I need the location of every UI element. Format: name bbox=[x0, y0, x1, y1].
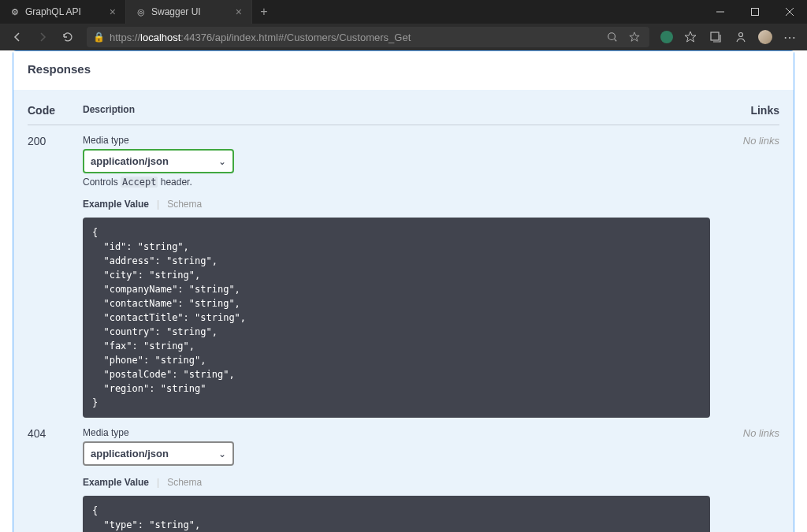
favorite-icon[interactable] bbox=[626, 28, 643, 46]
example-code-block[interactable]: { "type": "string", "title": "string", "… bbox=[83, 496, 710, 532]
svg-point-4 bbox=[608, 33, 615, 40]
swagger-icon: ◎ bbox=[136, 6, 147, 17]
tab-graphql[interactable]: ⚙ GraphQL API × bbox=[0, 0, 126, 24]
close-icon[interactable]: × bbox=[236, 6, 242, 17]
svg-rect-1 bbox=[752, 9, 759, 16]
media-type-select[interactable]: application/json bbox=[83, 441, 234, 466]
response-row: 404 Media type application/json ⌄ bbox=[28, 418, 779, 532]
media-type-select[interactable]: application/json bbox=[83, 149, 234, 173]
svg-point-7 bbox=[739, 33, 743, 37]
svg-rect-6 bbox=[711, 32, 719, 40]
gear-icon: ⚙ bbox=[9, 6, 20, 17]
back-button[interactable] bbox=[6, 26, 28, 48]
page-scroll[interactable]: Responses Code Description Links 200 Med… bbox=[0, 50, 807, 532]
controls-accept-hint: Controls Accept header. bbox=[83, 177, 710, 188]
close-icon[interactable]: × bbox=[110, 6, 116, 17]
response-row: 200 Media type application/json ⌄ bbox=[28, 125, 779, 418]
example-code-block[interactable]: { "id": "string", "address": "string", "… bbox=[83, 218, 710, 418]
favorites-icon[interactable] bbox=[679, 26, 701, 48]
collections-icon[interactable] bbox=[705, 26, 727, 48]
refresh-button[interactable] bbox=[57, 26, 79, 48]
media-type-label: Media type bbox=[83, 427, 710, 438]
responses-header-row: Code Description Links bbox=[28, 96, 779, 125]
response-links: No links bbox=[710, 135, 779, 418]
lock-icon: 🔒 bbox=[93, 32, 105, 43]
tab-strip: ⚙ GraphQL API × ◎ Swagger UI × + bbox=[0, 0, 276, 24]
response-code: 404 bbox=[28, 427, 83, 532]
close-button[interactable] bbox=[772, 0, 807, 24]
responses-section: Responses Code Description Links 200 Med… bbox=[13, 51, 794, 532]
titlebar: ⚙ GraphQL API × ◎ Swagger UI × + bbox=[0, 0, 807, 24]
minimize-button[interactable] bbox=[703, 0, 738, 24]
media-type-label: Media type bbox=[83, 135, 710, 146]
response-links: No links bbox=[710, 427, 779, 532]
tab-schema[interactable]: Schema bbox=[167, 199, 210, 210]
col-header-links: Links bbox=[710, 104, 779, 117]
tab-title: Swagger UI bbox=[151, 6, 201, 17]
svg-line-5 bbox=[615, 39, 617, 42]
response-description: Media type application/json ⌄ Controls A… bbox=[83, 135, 710, 418]
model-tabs: Example Value|Schema bbox=[83, 477, 710, 488]
tab-schema[interactable]: Schema bbox=[167, 477, 210, 488]
maximize-button[interactable] bbox=[738, 0, 772, 24]
address-bar[interactable]: 🔒 https://localhost:44376/api/index.html… bbox=[87, 27, 649, 47]
person-icon[interactable] bbox=[730, 26, 752, 48]
tab-example-value[interactable]: Example Value bbox=[83, 199, 157, 210]
tab-title: GraphQL API bbox=[25, 6, 81, 17]
response-description: Media type application/json ⌄ Example Va… bbox=[83, 427, 710, 532]
extension-icon[interactable] bbox=[660, 31, 673, 43]
avatar[interactable] bbox=[758, 30, 772, 44]
operation-block: Responses Code Description Links 200 Med… bbox=[13, 50, 794, 532]
forward-button[interactable] bbox=[32, 26, 54, 48]
toolbar: 🔒 https://localhost:44376/api/index.html… bbox=[0, 24, 807, 50]
tab-swagger[interactable]: ◎ Swagger UI × bbox=[126, 0, 252, 24]
responses-table: Code Description Links 200 Media type bbox=[13, 90, 794, 532]
col-header-code: Code bbox=[28, 104, 83, 117]
zoom-icon[interactable] bbox=[604, 28, 621, 46]
response-code: 200 bbox=[28, 135, 83, 418]
model-tabs: Example Value|Schema bbox=[83, 199, 710, 210]
new-tab-button[interactable]: + bbox=[252, 0, 276, 24]
swagger-container: Responses Code Description Links 200 Med… bbox=[0, 50, 807, 532]
window-controls bbox=[703, 0, 807, 24]
tab-example-value[interactable]: Example Value bbox=[83, 477, 157, 488]
url-text: https://localhost:44376/api/index.html#/… bbox=[110, 32, 599, 43]
responses-heading: Responses bbox=[13, 51, 794, 90]
col-header-description: Description bbox=[83, 104, 710, 117]
menu-button[interactable]: ⋯ bbox=[779, 26, 801, 48]
page-viewport: Responses Code Description Links 200 Med… bbox=[0, 50, 807, 532]
